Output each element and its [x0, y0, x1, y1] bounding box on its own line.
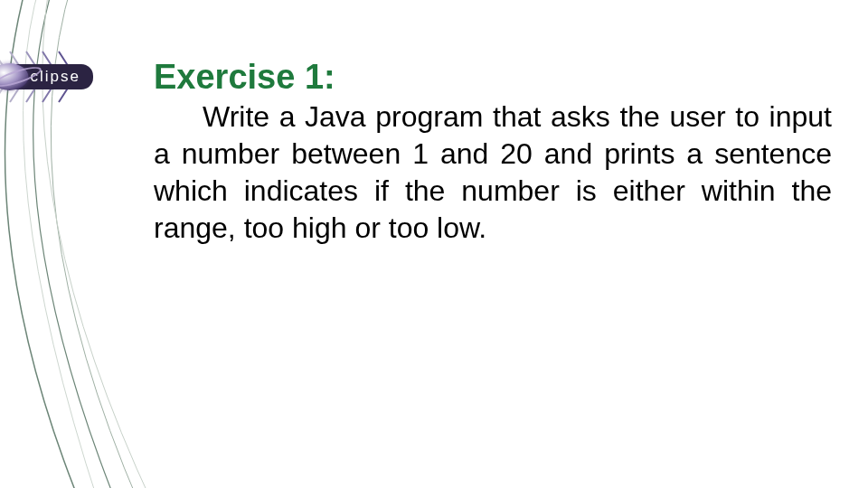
slide-heading: Exercise 1: [154, 59, 832, 97]
eclipse-logo: eclipse [0, 50, 122, 104]
slide-body: Write a Java program that asks the user … [154, 99, 832, 247]
